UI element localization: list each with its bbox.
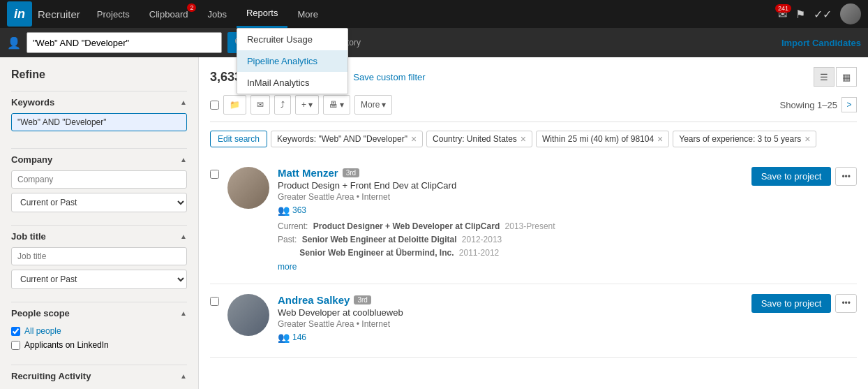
share-btn[interactable]: ⤴ <box>274 95 291 115</box>
share-icon: ⤴ <box>280 100 285 110</box>
chip-keywords-remove[interactable]: × <box>411 134 417 144</box>
candidate-0-checkbox[interactable] <box>210 170 219 179</box>
candidate-0-connections: 👥 363 <box>278 205 743 216</box>
folder-btn[interactable]: 📁 <box>223 95 246 115</box>
nav-item-reports[interactable]: Reports Recruiter Usage Pipeline Analyti… <box>237 0 288 28</box>
company-input[interactable] <box>11 170 187 189</box>
keywords-header[interactable]: Keywords ▲ <box>11 91 187 113</box>
chip-country-remove[interactable]: × <box>521 134 526 144</box>
search-bar: 👤 🔍 Advanced • Saved / History Import Ca… <box>0 28 868 57</box>
nav-item-more[interactable]: More <box>287 0 328 28</box>
candidate-0-more-btn[interactable]: ••• <box>835 167 857 186</box>
chip-location-remove[interactable]: × <box>657 134 663 144</box>
candidate-1-more-btn[interactable]: ••• <box>835 294 857 313</box>
candidate-0-conn-count: 363 <box>292 205 306 215</box>
candidate-1-save-btn[interactable]: Save to project <box>751 294 832 313</box>
more-actions-btn[interactable]: More ▾ <box>354 95 392 115</box>
keywords-label: Keywords <box>11 97 54 108</box>
candidate-0-headline: Product Design + Front End Dev at ClipCa… <box>278 180 743 191</box>
recruiting-arrow: ▲ <box>180 372 187 380</box>
chip-experience-label: Years of experience: 3 to 5 years <box>679 134 801 144</box>
past-item-1: Senior Web Engineer at Übermind, Inc. <box>299 248 454 258</box>
search-input-wrap <box>27 32 222 53</box>
candidate-1-actions: Save to project ••• <box>751 294 857 313</box>
grid-view-btn[interactable]: ▦ <box>836 67 857 87</box>
import-candidates-btn[interactable]: Import Candidates <box>781 38 861 48</box>
save-filter-link[interactable]: Save custom filter <box>353 72 425 82</box>
all-people-checkbox[interactable] <box>11 327 20 336</box>
people-scope-header[interactable]: People scope ▲ <box>11 302 187 324</box>
nav-item-projects[interactable]: Projects <box>87 0 140 28</box>
nav-item-jobs[interactable]: Jobs <box>197 0 236 28</box>
refine-section-people-scope: People scope ▲ All people Applicants on … <box>11 302 187 358</box>
next-page-btn[interactable]: > <box>841 97 857 112</box>
jobtitle-arrow: ▲ <box>180 233 187 240</box>
notification-badge: 241 <box>775 4 791 13</box>
keywords-arrow: ▲ <box>180 98 187 106</box>
candidate-0-more-link[interactable]: more <box>278 262 297 272</box>
user-avatar[interactable] <box>840 3 861 24</box>
chip-experience: Years of experience: 3 to 5 years × <box>673 131 816 147</box>
jobtitle-input[interactable] <box>11 247 187 265</box>
jobtitle-select[interactable]: Current or Past Current Past <box>11 270 187 289</box>
current-value: Product Designer + Web Developer at Clip… <box>313 221 500 231</box>
company-label: Company <box>11 154 52 165</box>
checkmark-btn[interactable]: ✓✓ <box>814 8 832 21</box>
applicants-checkbox[interactable] <box>11 341 20 350</box>
company-header[interactable]: Company ▲ <box>11 148 187 170</box>
select-all-checkbox[interactable] <box>210 101 219 110</box>
chip-experience-remove[interactable]: × <box>805 134 810 144</box>
candidate-0-save-btn[interactable]: Save to project <box>751 167 832 186</box>
candidate-1-avatar[interactable] <box>227 294 269 336</box>
logo-text: in <box>14 7 25 22</box>
past-item-0: Senior Web Engineer at Deloitte Digital <box>302 235 457 244</box>
top-nav: in Recruiter Projects Clipboard 2 Jobs R… <box>0 0 868 28</box>
candidate-0-name[interactable]: Matt Menzer <box>278 167 338 179</box>
dropdown-pipeline-analytics[interactable]: Pipeline Analytics <box>237 50 347 72</box>
folder-icon: 📁 <box>230 100 240 110</box>
chip-keywords: Keywords: "Web" AND "Developer" × <box>271 131 423 147</box>
candidate-1-conn-count: 146 <box>292 332 306 342</box>
candidate-1-checkbox[interactable] <box>210 297 219 306</box>
sidebar-title: Refine <box>11 68 187 81</box>
candidate-0-avatar[interactable] <box>227 167 269 209</box>
chip-location-label: Within 25 mi (40 km) of 98104 <box>542 134 654 144</box>
print-btn[interactable]: 🖶 ▾ <box>323 95 350 115</box>
current-dates: 2013-Present <box>505 221 555 231</box>
notifications-btn[interactable]: ✉ 241 <box>778 8 787 21</box>
linkedin-logo[interactable]: in <box>7 1 32 27</box>
mail-btn[interactable]: ✉ <box>250 95 270 115</box>
jobtitle-header[interactable]: Job title ▲ <box>11 225 187 247</box>
recruiting-header[interactable]: Recruiting Activity ▲ <box>11 365 187 387</box>
keywords-input[interactable] <box>11 113 187 131</box>
view-toggle: ☰ ▦ <box>814 67 857 87</box>
candidate-0-location: Greater Seattle Area • Internet <box>278 192 743 202</box>
company-select[interactable]: Current or Past Current Past <box>11 193 187 212</box>
dropdown-inmail-analytics[interactable]: InMail Analytics <box>237 72 347 94</box>
connections-icon-1: 👥 <box>278 332 290 343</box>
main-layout: Refine Keywords ▲ Company ▲ Current or P… <box>0 57 868 389</box>
sidebar: Refine Keywords ▲ Company ▲ Current or P… <box>0 57 199 389</box>
nav-items: Projects Clipboard 2 Jobs Reports Recrui… <box>87 0 778 28</box>
people-scope-label: People scope <box>11 308 70 318</box>
add-btn[interactable]: + ▾ <box>295 95 319 115</box>
people-scope-item-applicants: Applicants on LinkedIn <box>11 338 187 352</box>
search-input[interactable] <box>33 38 216 48</box>
edit-search-btn[interactable]: Edit search <box>210 131 267 147</box>
all-people-link[interactable]: All people <box>24 326 61 336</box>
person-search-icon: 👤 <box>7 36 21 50</box>
candidate-1-location: Greater Seattle Area • Internet <box>278 319 743 329</box>
candidate-1-name[interactable]: Andrea Salkey <box>278 294 350 306</box>
reports-dropdown: Recruiter Usage Pipeline Analytics InMai… <box>237 28 348 94</box>
company-content: Current or Past Current Past <box>11 170 187 218</box>
people-scope-arrow: ▲ <box>180 309 187 317</box>
flag-btn[interactable]: ⚑ <box>795 8 805 21</box>
candidate-card-1: Andrea Salkey 3rd Web Developer at coolb… <box>210 284 857 358</box>
refine-section-keywords: Keywords ▲ <box>11 91 187 141</box>
toolbar: 📁 ✉ ⤴ + ▾ 🖶 ▾ More ▾ Showing 1–25 <box>210 95 857 122</box>
dropdown-recruiter-usage[interactable]: Recruiter Usage <box>237 29 347 50</box>
nav-item-clipboard[interactable]: Clipboard 2 <box>140 0 198 28</box>
candidate-0-body: Matt Menzer 3rd Product Design + Front E… <box>278 167 743 274</box>
list-view-btn[interactable]: ☰ <box>814 67 835 87</box>
chip-country-label: Country: United States <box>433 134 517 144</box>
